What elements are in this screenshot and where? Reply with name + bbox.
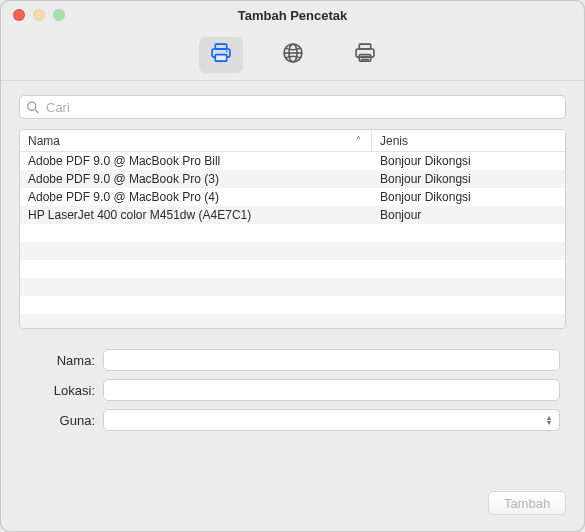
table-header: Nama ˄ Jenis — [20, 130, 565, 152]
printer-kind-cell: Bonjour — [372, 208, 565, 222]
svg-point-12 — [28, 102, 36, 110]
tab-windows-printer[interactable] — [343, 37, 387, 73]
table-row — [20, 260, 565, 278]
tab-default-printer[interactable] — [199, 37, 243, 73]
search-field-wrap — [19, 95, 566, 119]
search-icon — [26, 101, 39, 114]
use-select[interactable]: ▴▾ — [103, 409, 560, 431]
titlebar: Tambah Pencetak — [1, 1, 584, 29]
svg-line-13 — [35, 109, 38, 112]
column-header-kind-label: Jenis — [380, 134, 408, 148]
sort-ascending-icon: ˄ — [356, 135, 361, 146]
name-label: Nama: — [25, 353, 95, 368]
globe-icon — [280, 40, 306, 69]
location-label: Lokasi: — [25, 383, 95, 398]
advanced-printer-icon — [352, 40, 378, 69]
use-label: Guna: — [25, 413, 95, 428]
table-row[interactable]: HP LaserJet 400 color M451dw (A4E7C1) Bo… — [20, 206, 565, 224]
table-body[interactable]: Adobe PDF 9.0 @ MacBook Pro Bill Bonjour… — [20, 152, 565, 328]
printer-details-form: Nama: Lokasi: Guna: ▴▾ — [19, 349, 566, 431]
name-field[interactable] — [103, 349, 560, 371]
printer-name-cell: Adobe PDF 9.0 @ MacBook Pro (4) — [20, 190, 372, 204]
table-row — [20, 296, 565, 314]
table-row — [20, 224, 565, 242]
toolbar — [1, 29, 584, 81]
table-row[interactable]: Adobe PDF 9.0 @ MacBook Pro Bill Bonjour… — [20, 152, 565, 170]
footer: Tambah — [1, 479, 584, 531]
svg-point-3 — [225, 51, 227, 53]
table-row — [20, 278, 565, 296]
add-button[interactable]: Tambah — [488, 491, 566, 515]
add-button-label: Tambah — [504, 496, 550, 511]
printer-kind-cell: Bonjour Dikongsi — [372, 172, 565, 186]
table-row — [20, 242, 565, 260]
content-area: Nama ˄ Jenis Adobe PDF 9.0 @ MacBook Pro… — [1, 81, 584, 479]
chevron-up-down-icon: ▴▾ — [542, 415, 556, 425]
column-header-name-label: Nama — [28, 134, 60, 148]
table-row — [20, 314, 565, 328]
printer-kind-cell: Bonjour Dikongsi — [372, 190, 565, 204]
svg-rect-2 — [215, 55, 226, 62]
location-field[interactable] — [103, 379, 560, 401]
table-row[interactable]: Adobe PDF 9.0 @ MacBook Pro (4) Bonjour … — [20, 188, 565, 206]
printer-kind-cell: Bonjour Dikongsi — [372, 154, 565, 168]
column-header-kind[interactable]: Jenis — [372, 130, 565, 151]
use-select-value — [103, 409, 560, 431]
tab-ip-printer[interactable] — [271, 37, 315, 73]
printer-name-cell: HP LaserJet 400 color M451dw (A4E7C1) — [20, 208, 372, 222]
add-printer-window: Tambah Pencetak — [0, 0, 585, 532]
printer-name-cell: Adobe PDF 9.0 @ MacBook Pro (3) — [20, 172, 372, 186]
table-row[interactable]: Adobe PDF 9.0 @ MacBook Pro (3) Bonjour … — [20, 170, 565, 188]
printers-table: Nama ˄ Jenis Adobe PDF 9.0 @ MacBook Pro… — [19, 129, 566, 329]
printer-icon — [208, 40, 234, 69]
search-input[interactable] — [19, 95, 566, 119]
printer-name-cell: Adobe PDF 9.0 @ MacBook Pro Bill — [20, 154, 372, 168]
column-header-name[interactable]: Nama ˄ — [20, 130, 372, 151]
window-title: Tambah Pencetak — [1, 8, 584, 23]
